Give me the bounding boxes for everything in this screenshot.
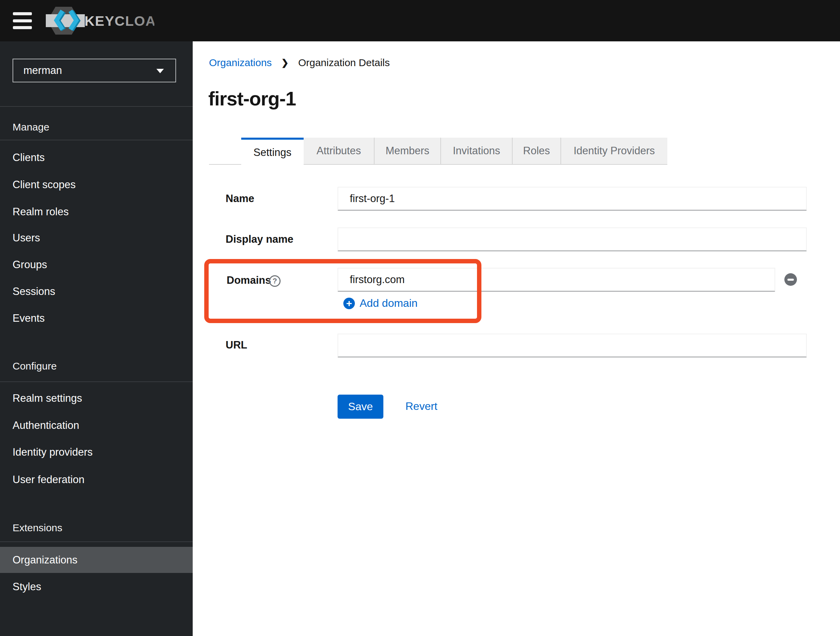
sidebar-item-events[interactable]: Events <box>0 305 193 332</box>
url-label: URL <box>226 339 247 351</box>
sidebar-divider <box>0 106 193 107</box>
name-label: Name <box>226 192 254 205</box>
tab-invitations[interactable]: Invitations <box>441 138 512 165</box>
sidebar-divider <box>0 140 193 140</box>
sidebar-item-authentication[interactable]: Authentication <box>0 412 193 439</box>
sidebar-item-clients[interactable]: Clients <box>0 144 193 171</box>
breadcrumb-organizations-link[interactable]: Organizations <box>209 57 272 68</box>
sidebar-item-organizations[interactable]: Organizations <box>0 547 193 573</box>
chevron-right-icon: ❯ <box>281 58 289 68</box>
plus-circle-icon: + <box>343 298 355 309</box>
name-input[interactable] <box>338 187 807 211</box>
revert-link[interactable]: Revert <box>406 400 437 412</box>
breadcrumb-current: Organization Details <box>298 57 390 68</box>
save-button[interactable]: Save <box>338 395 384 419</box>
hamburger-menu-icon[interactable] <box>13 12 32 29</box>
tab-attributes[interactable]: Attributes <box>304 138 374 165</box>
sidebar-section-extensions: Extensions <box>13 514 62 542</box>
sidebar-divider <box>0 542 193 542</box>
minus-circle-icon <box>788 279 794 281</box>
add-domain-label: Add domain <box>360 297 418 310</box>
add-domain-link[interactable]: + Add domain <box>343 297 418 310</box>
sidebar-item-sessions[interactable]: Sessions <box>0 278 193 305</box>
chevron-down-icon <box>156 69 164 73</box>
top-header-bar: KEYCLOAK <box>0 0 840 41</box>
sidebar-section-configure: Configure <box>13 353 57 380</box>
tab-identity-providers[interactable]: Identity Providers <box>561 138 667 165</box>
keycloak-logo: KEYCLOAK <box>46 3 154 38</box>
page-title: first-org-1 <box>208 87 296 110</box>
sidebar-item-realm-roles[interactable]: Realm roles <box>0 198 193 225</box>
sidebar-item-realm-settings[interactable]: Realm settings <box>0 385 193 412</box>
sidebar-item-groups[interactable]: Groups <box>0 251 193 278</box>
sidebar-section-manage: Manage <box>13 113 49 141</box>
remove-domain-button[interactable] <box>784 273 797 286</box>
domains-label: Domains <box>227 274 271 287</box>
breadcrumb: Organizations ❯ Organization Details <box>209 57 390 68</box>
sidebar-item-users[interactable]: Users <box>0 224 193 252</box>
tab-settings[interactable]: Settings <box>241 138 304 165</box>
help-icon[interactable]: ? <box>269 275 281 287</box>
domain-input[interactable] <box>338 268 775 291</box>
url-input[interactable] <box>338 334 807 357</box>
tab-members[interactable]: Members <box>374 138 441 165</box>
brand-text: KEYCLOAK <box>84 13 154 29</box>
realm-selector-dropdown[interactable]: merman <box>13 59 176 82</box>
sidebar-item-user-federation[interactable]: User federation <box>0 466 193 493</box>
display-name-label: Display name <box>226 233 294 246</box>
realm-selector-value: merman <box>24 65 62 77</box>
sidebar-divider <box>0 381 193 382</box>
sidebar-item-styles[interactable]: Styles <box>0 573 193 600</box>
sidebar-item-identity-providers[interactable]: Identity providers <box>0 439 193 466</box>
sidebar-item-client-scopes[interactable]: Client scopes <box>0 171 193 198</box>
display-name-input[interactable] <box>338 227 807 251</box>
tab-roles[interactable]: Roles <box>512 138 561 165</box>
